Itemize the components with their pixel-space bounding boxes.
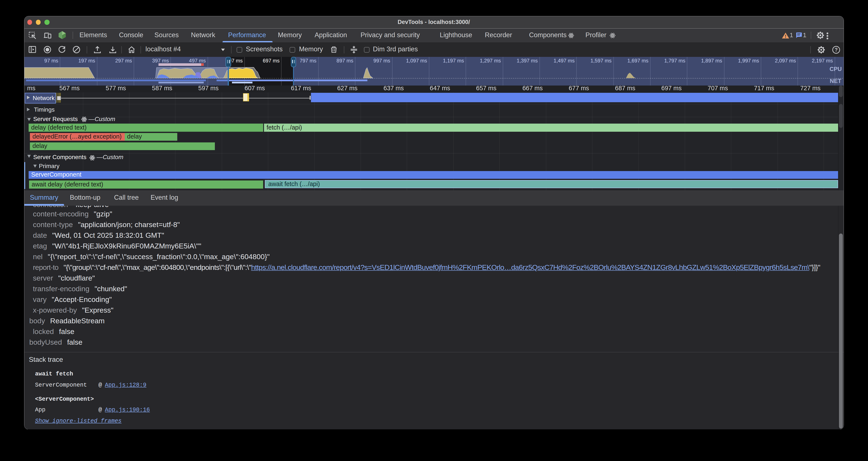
- svg-text:?: ?: [834, 47, 837, 52]
